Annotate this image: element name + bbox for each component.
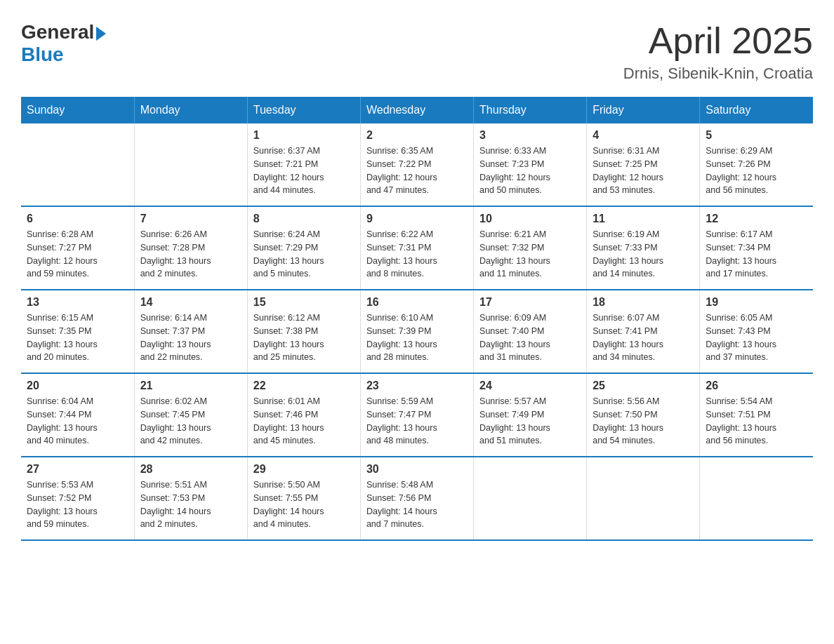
day-number: 15 — [253, 296, 355, 309]
calendar-cell: 17Sunrise: 6:09 AM Sunset: 7:40 PM Dayli… — [474, 290, 587, 373]
day-number: 23 — [366, 380, 468, 392]
day-info: Sunrise: 6:05 AM Sunset: 7:43 PM Dayligh… — [706, 311, 807, 364]
day-number: 5 — [706, 129, 807, 142]
day-info: Sunrise: 6:10 AM Sunset: 7:39 PM Dayligh… — [366, 311, 468, 364]
header-day-thursday: Thursday — [474, 97, 587, 123]
logo-general-text: General — [21, 21, 94, 43]
page-header: General Blue April 2025 Drnis, Sibenik-K… — [21, 21, 813, 83]
day-info: Sunrise: 6:17 AM Sunset: 7:34 PM Dayligh… — [706, 228, 807, 281]
header-day-friday: Friday — [587, 97, 700, 123]
day-number: 25 — [593, 380, 694, 392]
week-row-1: 1Sunrise: 6:37 AM Sunset: 7:21 PM Daylig… — [21, 123, 813, 206]
day-number: 19 — [706, 296, 807, 309]
calendar-table: SundayMondayTuesdayWednesdayThursdayFrid… — [21, 97, 813, 541]
day-number: 6 — [27, 213, 128, 225]
calendar-cell: 19Sunrise: 6:05 AM Sunset: 7:43 PM Dayli… — [700, 290, 813, 373]
calendar-cell — [21, 123, 134, 206]
day-number: 4 — [593, 129, 694, 142]
calendar-cell: 1Sunrise: 6:37 AM Sunset: 7:21 PM Daylig… — [247, 123, 360, 206]
day-number: 29 — [253, 463, 355, 476]
calendar-cell: 22Sunrise: 6:01 AM Sunset: 7:46 PM Dayli… — [247, 373, 360, 457]
calendar-cell: 28Sunrise: 5:51 AM Sunset: 7:53 PM Dayli… — [134, 457, 247, 540]
day-number: 7 — [140, 213, 241, 225]
day-info: Sunrise: 5:48 AM Sunset: 7:56 PM Dayligh… — [366, 478, 468, 531]
title-area: April 2025 Drnis, Sibenik-Knin, Croatia — [623, 21, 813, 83]
day-info: Sunrise: 5:51 AM Sunset: 7:53 PM Dayligh… — [140, 478, 241, 531]
header-day-sunday: Sunday — [21, 97, 134, 123]
week-row-4: 20Sunrise: 6:04 AM Sunset: 7:44 PM Dayli… — [21, 373, 813, 457]
day-number: 17 — [479, 296, 581, 309]
week-row-2: 6Sunrise: 6:28 AM Sunset: 7:27 PM Daylig… — [21, 206, 813, 290]
day-info: Sunrise: 6:29 AM Sunset: 7:26 PM Dayligh… — [706, 145, 807, 197]
header-day-monday: Monday — [134, 97, 247, 123]
calendar-cell: 27Sunrise: 5:53 AM Sunset: 7:52 PM Dayli… — [21, 457, 134, 540]
calendar-cell: 9Sunrise: 6:22 AM Sunset: 7:31 PM Daylig… — [360, 206, 473, 290]
calendar-body: 1Sunrise: 6:37 AM Sunset: 7:21 PM Daylig… — [21, 123, 813, 540]
calendar-cell: 26Sunrise: 5:54 AM Sunset: 7:51 PM Dayli… — [700, 373, 813, 457]
calendar-cell: 24Sunrise: 5:57 AM Sunset: 7:49 PM Dayli… — [474, 373, 587, 457]
calendar-cell: 16Sunrise: 6:10 AM Sunset: 7:39 PM Dayli… — [360, 290, 473, 373]
week-row-5: 27Sunrise: 5:53 AM Sunset: 7:52 PM Dayli… — [21, 457, 813, 540]
calendar-cell: 7Sunrise: 6:26 AM Sunset: 7:28 PM Daylig… — [134, 206, 247, 290]
calendar-cell: 30Sunrise: 5:48 AM Sunset: 7:56 PM Dayli… — [360, 457, 473, 540]
location-text: Drnis, Sibenik-Knin, Croatia — [623, 65, 813, 83]
logo-arrow-icon — [96, 27, 106, 41]
day-number: 16 — [366, 296, 468, 309]
calendar-header: SundayMondayTuesdayWednesdayThursdayFrid… — [21, 97, 813, 123]
day-info: Sunrise: 6:07 AM Sunset: 7:41 PM Dayligh… — [593, 311, 694, 364]
calendar-cell: 8Sunrise: 6:24 AM Sunset: 7:29 PM Daylig… — [247, 206, 360, 290]
calendar-cell: 10Sunrise: 6:21 AM Sunset: 7:32 PM Dayli… — [474, 206, 587, 290]
calendar-cell: 4Sunrise: 6:31 AM Sunset: 7:25 PM Daylig… — [587, 123, 700, 206]
day-number: 10 — [479, 213, 581, 225]
day-number: 14 — [140, 296, 241, 309]
calendar-cell: 23Sunrise: 5:59 AM Sunset: 7:47 PM Dayli… — [360, 373, 473, 457]
day-info: Sunrise: 6:31 AM Sunset: 7:25 PM Dayligh… — [593, 145, 694, 197]
day-info: Sunrise: 6:04 AM Sunset: 7:44 PM Dayligh… — [27, 395, 128, 448]
calendar-cell: 29Sunrise: 5:50 AM Sunset: 7:55 PM Dayli… — [247, 457, 360, 540]
calendar-cell — [587, 457, 700, 540]
day-number: 21 — [140, 380, 241, 392]
day-info: Sunrise: 5:59 AM Sunset: 7:47 PM Dayligh… — [366, 395, 468, 448]
day-info: Sunrise: 6:12 AM Sunset: 7:38 PM Dayligh… — [253, 311, 355, 364]
day-info: Sunrise: 6:19 AM Sunset: 7:33 PM Dayligh… — [593, 228, 694, 281]
day-number: 13 — [27, 296, 128, 309]
day-info: Sunrise: 6:26 AM Sunset: 7:28 PM Dayligh… — [140, 228, 241, 281]
calendar-cell: 2Sunrise: 6:35 AM Sunset: 7:22 PM Daylig… — [360, 123, 473, 206]
day-number: 2 — [366, 129, 468, 142]
calendar-cell: 12Sunrise: 6:17 AM Sunset: 7:34 PM Dayli… — [700, 206, 813, 290]
header-day-wednesday: Wednesday — [360, 97, 473, 123]
day-number: 18 — [593, 296, 694, 309]
day-info: Sunrise: 6:01 AM Sunset: 7:46 PM Dayligh… — [253, 395, 355, 448]
month-title: April 2025 — [623, 21, 813, 61]
day-number: 8 — [253, 213, 355, 225]
day-number: 28 — [140, 463, 241, 476]
logo-blue-text: Blue — [21, 43, 64, 66]
day-info: Sunrise: 6:28 AM Sunset: 7:27 PM Dayligh… — [27, 228, 128, 281]
logo: General Blue — [21, 21, 106, 66]
calendar-cell: 25Sunrise: 5:56 AM Sunset: 7:50 PM Dayli… — [587, 373, 700, 457]
day-number: 22 — [253, 380, 355, 392]
day-info: Sunrise: 6:15 AM Sunset: 7:35 PM Dayligh… — [27, 311, 128, 364]
calendar-cell: 13Sunrise: 6:15 AM Sunset: 7:35 PM Dayli… — [21, 290, 134, 373]
day-info: Sunrise: 5:54 AM Sunset: 7:51 PM Dayligh… — [706, 395, 807, 448]
header-day-tuesday: Tuesday — [247, 97, 360, 123]
calendar-cell: 11Sunrise: 6:19 AM Sunset: 7:33 PM Dayli… — [587, 206, 700, 290]
day-number: 24 — [479, 380, 581, 392]
day-info: Sunrise: 5:53 AM Sunset: 7:52 PM Dayligh… — [27, 478, 128, 531]
day-info: Sunrise: 6:22 AM Sunset: 7:31 PM Dayligh… — [366, 228, 468, 281]
day-number: 20 — [27, 380, 128, 392]
day-info: Sunrise: 6:35 AM Sunset: 7:22 PM Dayligh… — [366, 145, 468, 197]
day-number: 26 — [706, 380, 807, 392]
calendar-cell — [700, 457, 813, 540]
day-number: 9 — [366, 213, 468, 225]
day-number: 12 — [706, 213, 807, 225]
week-row-3: 13Sunrise: 6:15 AM Sunset: 7:35 PM Dayli… — [21, 290, 813, 373]
calendar-cell: 3Sunrise: 6:33 AM Sunset: 7:23 PM Daylig… — [474, 123, 587, 206]
day-number: 1 — [253, 129, 355, 142]
calendar-cell: 20Sunrise: 6:04 AM Sunset: 7:44 PM Dayli… — [21, 373, 134, 457]
day-info: Sunrise: 6:09 AM Sunset: 7:40 PM Dayligh… — [479, 311, 581, 364]
day-info: Sunrise: 6:14 AM Sunset: 7:37 PM Dayligh… — [140, 311, 241, 364]
calendar-cell: 21Sunrise: 6:02 AM Sunset: 7:45 PM Dayli… — [134, 373, 247, 457]
calendar-cell — [134, 123, 247, 206]
day-number: 11 — [593, 213, 694, 225]
